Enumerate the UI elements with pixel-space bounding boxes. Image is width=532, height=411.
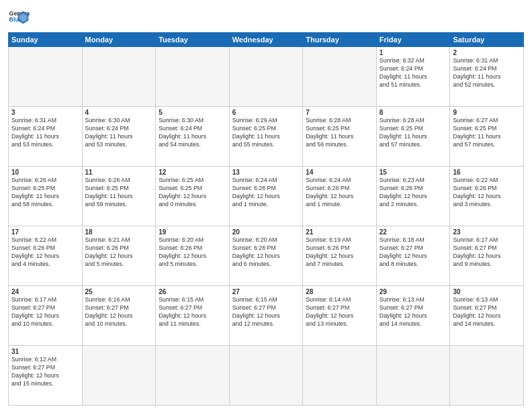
cell-sun-info: Sunrise: 6:19 AM Sunset: 6:26 PM Dayligh… [306, 236, 373, 269]
calendar-cell: 23Sunrise: 6:17 AM Sunset: 6:27 PM Dayli… [450, 226, 524, 286]
cell-date-number: 26 [159, 288, 226, 295]
calendar-cell [156, 346, 230, 406]
cell-sun-info: Sunrise: 6:25 AM Sunset: 6:25 PM Dayligh… [159, 177, 226, 209]
calendar-cell: 20Sunrise: 6:20 AM Sunset: 6:26 PM Dayli… [229, 226, 303, 286]
calendar-cell: 5Sunrise: 6:30 AM Sunset: 6:24 PM Daylig… [156, 107, 230, 167]
weekday-header-friday: Friday [376, 33, 450, 47]
cell-sun-info: Sunrise: 6:31 AM Sunset: 6:24 PM Dayligh… [453, 57, 521, 89]
cell-sun-info: Sunrise: 6:17 AM Sunset: 6:27 PM Dayligh… [453, 236, 521, 269]
cell-sun-info: Sunrise: 6:22 AM Sunset: 6:26 PM Dayligh… [453, 177, 521, 209]
cell-sun-info: Sunrise: 6:20 AM Sunset: 6:26 PM Dayligh… [232, 236, 300, 269]
cell-date-number: 9 [453, 109, 521, 116]
calendar-cell: 11Sunrise: 6:26 AM Sunset: 6:25 PM Dayli… [82, 167, 156, 226]
cell-date-number: 1 [380, 49, 447, 56]
weekday-header-wednesday: Wednesday [229, 33, 303, 47]
weekday-header-saturday: Saturday [450, 33, 524, 47]
cell-date-number: 21 [306, 228, 373, 236]
calendar-cell [303, 47, 377, 107]
cell-date-number: 12 [159, 169, 226, 176]
header: General Blue [8, 7, 524, 28]
calendar-cell [450, 346, 524, 406]
calendar-table: SundayMondayTuesdayWednesdayThursdayFrid… [8, 32, 524, 406]
cell-date-number: 30 [453, 288, 521, 295]
calendar-cell: 1Sunrise: 6:32 AM Sunset: 6:24 PM Daylig… [376, 47, 450, 107]
cell-sun-info: Sunrise: 6:24 AM Sunset: 6:26 PM Dayligh… [306, 177, 373, 209]
calendar-cell [156, 47, 230, 107]
cell-sun-info: Sunrise: 6:17 AM Sunset: 6:27 PM Dayligh… [11, 296, 79, 328]
calendar-week-2: 3Sunrise: 6:31 AM Sunset: 6:24 PM Daylig… [9, 107, 524, 167]
cell-date-number: 31 [11, 348, 79, 355]
cell-sun-info: Sunrise: 6:14 AM Sunset: 6:27 PM Dayligh… [306, 296, 373, 328]
calendar-cell: 25Sunrise: 6:16 AM Sunset: 6:27 PM Dayli… [82, 286, 156, 346]
cell-date-number: 10 [11, 169, 79, 176]
cell-date-number: 16 [453, 169, 521, 176]
calendar-cell: 16Sunrise: 6:22 AM Sunset: 6:26 PM Dayli… [450, 167, 524, 226]
calendar-cell: 27Sunrise: 6:15 AM Sunset: 6:27 PM Dayli… [229, 286, 303, 346]
cell-sun-info: Sunrise: 6:15 AM Sunset: 6:27 PM Dayligh… [159, 296, 226, 328]
calendar-cell: 8Sunrise: 6:28 AM Sunset: 6:25 PM Daylig… [376, 107, 450, 167]
cell-sun-info: Sunrise: 6:26 AM Sunset: 6:25 PM Dayligh… [11, 177, 79, 209]
calendar-cell: 10Sunrise: 6:26 AM Sunset: 6:25 PM Dayli… [9, 167, 83, 226]
calendar-cell [82, 47, 156, 107]
cell-sun-info: Sunrise: 6:31 AM Sunset: 6:24 PM Dayligh… [11, 117, 79, 149]
cell-date-number: 8 [380, 109, 447, 116]
calendar-cell: 28Sunrise: 6:14 AM Sunset: 6:27 PM Dayli… [303, 286, 377, 346]
cell-date-number: 28 [306, 288, 373, 295]
cell-sun-info: Sunrise: 6:26 AM Sunset: 6:25 PM Dayligh… [85, 177, 153, 209]
calendar-cell: 30Sunrise: 6:13 AM Sunset: 6:27 PM Dayli… [450, 286, 524, 346]
calendar-cell: 21Sunrise: 6:19 AM Sunset: 6:26 PM Dayli… [303, 226, 377, 286]
calendar-week-5: 24Sunrise: 6:17 AM Sunset: 6:27 PM Dayli… [9, 286, 524, 346]
cell-date-number: 23 [453, 228, 521, 236]
cell-sun-info: Sunrise: 6:20 AM Sunset: 6:26 PM Dayligh… [159, 236, 226, 269]
calendar-cell [229, 47, 303, 107]
weekday-header-thursday: Thursday [303, 33, 377, 47]
cell-sun-info: Sunrise: 6:15 AM Sunset: 6:27 PM Dayligh… [232, 296, 300, 328]
calendar-cell: 24Sunrise: 6:17 AM Sunset: 6:27 PM Dayli… [9, 286, 83, 346]
cell-sun-info: Sunrise: 6:12 AM Sunset: 6:27 PM Dayligh… [11, 356, 79, 388]
cell-sun-info: Sunrise: 6:16 AM Sunset: 6:27 PM Dayligh… [85, 296, 153, 328]
calendar-cell: 6Sunrise: 6:29 AM Sunset: 6:25 PM Daylig… [229, 107, 303, 167]
weekday-header-monday: Monday [82, 33, 156, 47]
cell-sun-info: Sunrise: 6:22 AM Sunset: 6:26 PM Dayligh… [11, 236, 79, 269]
calendar-cell: 31Sunrise: 6:12 AM Sunset: 6:27 PM Dayli… [9, 346, 83, 406]
cell-date-number: 6 [232, 109, 300, 116]
calendar-cell [9, 47, 83, 107]
logo: General Blue [8, 7, 30, 28]
calendar-cell: 26Sunrise: 6:15 AM Sunset: 6:27 PM Dayli… [156, 286, 230, 346]
cell-sun-info: Sunrise: 6:13 AM Sunset: 6:27 PM Dayligh… [453, 296, 521, 328]
calendar-week-4: 17Sunrise: 6:22 AM Sunset: 6:26 PM Dayli… [9, 226, 524, 286]
calendar-cell: 17Sunrise: 6:22 AM Sunset: 6:26 PM Dayli… [9, 226, 83, 286]
calendar-cell: 18Sunrise: 6:21 AM Sunset: 6:26 PM Dayli… [82, 226, 156, 286]
calendar-cell: 7Sunrise: 6:28 AM Sunset: 6:25 PM Daylig… [303, 107, 377, 167]
cell-date-number: 7 [306, 109, 373, 116]
calendar-cell: 12Sunrise: 6:25 AM Sunset: 6:25 PM Dayli… [156, 167, 230, 226]
cell-date-number: 13 [232, 169, 300, 176]
calendar-cell [376, 346, 450, 406]
calendar-cell [229, 346, 303, 406]
cell-sun-info: Sunrise: 6:29 AM Sunset: 6:25 PM Dayligh… [232, 117, 300, 149]
calendar-cell: 3Sunrise: 6:31 AM Sunset: 6:24 PM Daylig… [9, 107, 83, 167]
calendar-cell [303, 346, 377, 406]
weekday-header-row: SundayMondayTuesdayWednesdayThursdayFrid… [9, 33, 524, 47]
calendar-cell: 15Sunrise: 6:23 AM Sunset: 6:26 PM Dayli… [376, 167, 450, 226]
weekday-header-tuesday: Tuesday [156, 33, 230, 47]
calendar-cell: 22Sunrise: 6:18 AM Sunset: 6:27 PM Dayli… [376, 226, 450, 286]
cell-date-number: 3 [11, 109, 79, 116]
calendar-body: 1Sunrise: 6:32 AM Sunset: 6:24 PM Daylig… [9, 47, 524, 406]
calendar-week-3: 10Sunrise: 6:26 AM Sunset: 6:25 PM Dayli… [9, 167, 524, 226]
cell-date-number: 4 [85, 109, 153, 116]
cell-sun-info: Sunrise: 6:18 AM Sunset: 6:27 PM Dayligh… [380, 236, 447, 269]
calendar-cell: 4Sunrise: 6:30 AM Sunset: 6:24 PM Daylig… [82, 107, 156, 167]
calendar-cell [82, 346, 156, 406]
calendar-cell: 19Sunrise: 6:20 AM Sunset: 6:26 PM Dayli… [156, 226, 230, 286]
cell-sun-info: Sunrise: 6:24 AM Sunset: 6:26 PM Dayligh… [232, 177, 300, 209]
cell-date-number: 15 [380, 169, 447, 176]
logo-icon: General Blue [8, 7, 30, 28]
page: General Blue SundayMondayTuesdayWednesda… [0, 0, 532, 411]
calendar-cell: 29Sunrise: 6:13 AM Sunset: 6:27 PM Dayli… [376, 286, 450, 346]
cell-date-number: 25 [85, 288, 153, 295]
cell-date-number: 18 [85, 228, 153, 236]
cell-sun-info: Sunrise: 6:28 AM Sunset: 6:25 PM Dayligh… [306, 117, 373, 149]
cell-sun-info: Sunrise: 6:13 AM Sunset: 6:27 PM Dayligh… [380, 296, 447, 328]
cell-date-number: 27 [232, 288, 300, 295]
